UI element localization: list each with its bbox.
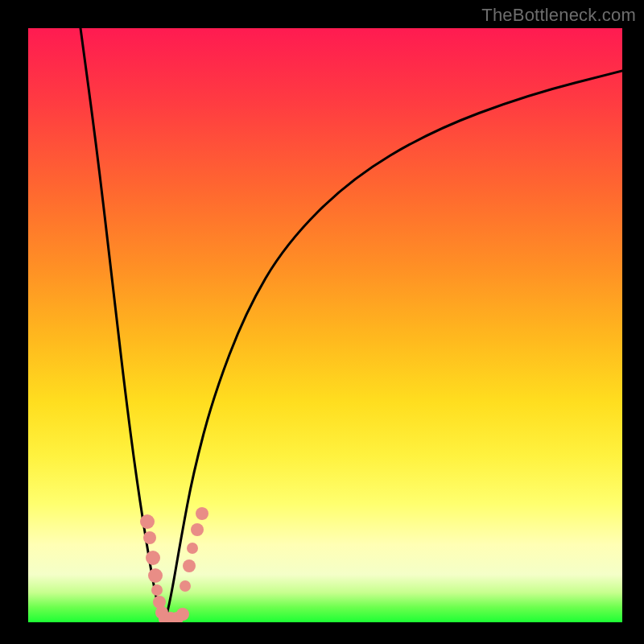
- series-right-curve: [165, 71, 622, 622]
- data-marker: [191, 523, 204, 536]
- data-marker: [143, 531, 156, 544]
- data-marker: [196, 507, 208, 520]
- data-marker: [176, 608, 189, 621]
- watermark-text: TheBottleneck.com: [481, 5, 636, 26]
- chart-frame: TheBottleneck.com: [0, 0, 644, 644]
- chart-svg: [28, 28, 622, 622]
- data-marker: [187, 543, 198, 554]
- data-marker: [151, 584, 163, 596]
- curve-lines: [80, 28, 622, 622]
- data-marker: [183, 559, 196, 572]
- data-marker: [140, 514, 155, 529]
- plot-area: [28, 28, 622, 622]
- data-marker: [180, 580, 191, 592]
- data-marker: [148, 568, 163, 583]
- data-marker: [146, 551, 160, 565]
